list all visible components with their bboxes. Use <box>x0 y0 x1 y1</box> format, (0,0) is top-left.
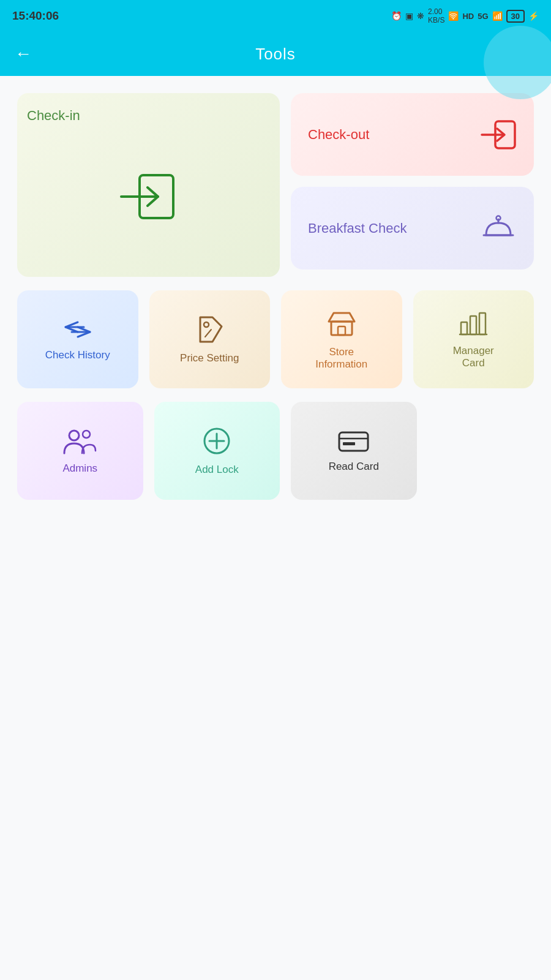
store-information-label: StoreInformation <box>315 346 367 371</box>
status-icons: ⏰ ▣ ❋ 2.00KB/S 🛜 HD 5G 📶 30 ⚡ <box>391 7 539 24</box>
add-lock-icon <box>201 426 232 456</box>
decorative-bubble <box>484 26 551 99</box>
status-time: 15:40:06 <box>12 9 59 23</box>
svg-point-18 <box>69 431 79 440</box>
top-cards-row: Check-in Check-out <box>17 93 534 277</box>
empty-slot <box>428 402 534 500</box>
read-card-icon <box>337 429 370 453</box>
store-information-icon <box>326 308 357 339</box>
right-cards-col: Check-out Breakfast Check <box>291 93 534 277</box>
svg-rect-23 <box>339 432 368 451</box>
checkin-label: Check-in <box>27 108 80 124</box>
checkin-card[interactable]: Check-in <box>17 93 280 277</box>
add-lock-card[interactable]: Add Lock <box>154 402 280 500</box>
admins-label: Admins <box>62 462 97 475</box>
svg-rect-11 <box>331 322 352 335</box>
read-card-card[interactable]: Read Card <box>291 402 417 500</box>
store-information-card[interactable]: StoreInformation <box>281 290 402 388</box>
checkout-label: Check-out <box>308 127 369 143</box>
breakfast-card[interactable]: Breakfast Check <box>291 187 534 270</box>
svg-rect-25 <box>343 442 355 445</box>
svg-rect-16 <box>479 313 485 334</box>
page-title: Tools <box>255 45 296 64</box>
admins-card[interactable]: Admins <box>17 402 143 500</box>
svg-point-19 <box>83 431 90 438</box>
price-setting-icon <box>194 314 225 345</box>
check-history-card[interactable]: Check History <box>17 290 138 388</box>
admins-icon <box>63 428 97 455</box>
add-lock-label: Add Lock <box>195 464 239 476</box>
price-setting-label: Price Setting <box>180 352 239 364</box>
main-content: Check-in Check-out <box>0 76 551 980</box>
svg-rect-13 <box>338 326 345 335</box>
manager-card-label: ManagerCard <box>453 345 494 369</box>
status-bar: 15:40:06 ⏰ ▣ ❋ 2.00KB/S 🛜 HD 5G 📶 30 ⚡ <box>0 0 551 32</box>
check-history-label: Check History <box>45 349 110 361</box>
back-button[interactable]: ← <box>15 44 32 64</box>
breakfast-label: Breakfast Check <box>308 221 407 236</box>
manager-card-icon <box>458 310 489 337</box>
svg-point-9 <box>204 322 209 327</box>
check-history-icon <box>62 317 93 342</box>
price-setting-card[interactable]: Price Setting <box>149 290 271 388</box>
top-nav-bar: ← Tools <box>0 32 551 76</box>
svg-rect-15 <box>470 316 476 334</box>
svg-rect-14 <box>461 322 467 334</box>
manager-card-card[interactable]: ManagerCard <box>413 290 534 388</box>
grid-row-2: Admins Add Lock Read Card <box>17 402 534 500</box>
grid-row-1: Check History Price Setting <box>17 290 534 388</box>
read-card-label: Read Card <box>329 461 379 473</box>
checkin-icon <box>118 131 179 262</box>
svg-point-6 <box>497 216 501 220</box>
checkout-card[interactable]: Check-out <box>291 93 534 176</box>
svg-line-10 <box>205 330 211 337</box>
